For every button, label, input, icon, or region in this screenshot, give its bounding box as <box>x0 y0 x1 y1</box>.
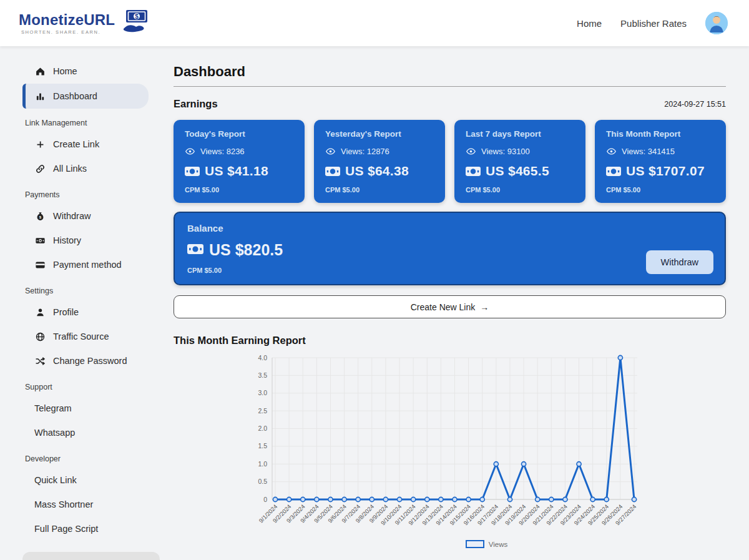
sidebar-item-create-link[interactable]: Create Link <box>0 132 164 156</box>
balance-amount: US $820.5 <box>209 241 283 259</box>
sidebar-item-whatsapp[interactable]: Whatsapp <box>0 421 164 445</box>
sidebar-item-history[interactable]: History <box>0 228 164 252</box>
report-card-last-7-days-report: Last 7 days ReportViews: 93100US $465.5C… <box>454 120 585 203</box>
card-title: Yesterday's Report <box>325 129 434 139</box>
sidebar-item-dashboard[interactable]: Dashboard <box>22 84 149 109</box>
sidebar-item-telegram[interactable]: Telegram <box>0 396 164 420</box>
sidebar-item-label: Whatsapp <box>34 428 75 438</box>
money-hand-logo-icon: $ <box>120 9 150 37</box>
sidebar-item-change-password[interactable]: Change Password <box>0 349 164 373</box>
svg-text:3.0: 3.0 <box>258 389 267 396</box>
card-amount-value: US $1707.07 <box>626 164 705 179</box>
sidebar-item-label: Traffic Source <box>53 332 109 341</box>
svg-text:2.0: 2.0 <box>258 425 267 432</box>
card-cpm: CPM $5.00 <box>606 186 715 194</box>
eye-icon <box>185 146 195 157</box>
brand-text: MonetizeURL SHORTEN. SHARE. EARN. <box>19 11 115 35</box>
sidebar-section-payments: Payments <box>0 189 164 200</box>
sidebar-item-withdraw[interactable]: $Withdraw <box>0 204 164 228</box>
user-icon <box>34 307 46 318</box>
balance-cpm: CPM $5.00 <box>187 267 712 274</box>
nav-link-home[interactable]: Home <box>577 18 602 29</box>
link-icon <box>34 163 46 174</box>
eye-icon <box>466 146 476 157</box>
navbar-links: Home Publisher Rates <box>577 12 728 34</box>
svg-text:4.0: 4.0 <box>258 354 267 361</box>
earnings-cards: Today's ReportViews: 8236US $41.18CPM $5… <box>174 120 726 203</box>
globe-icon <box>34 331 46 342</box>
sidebar-item-label: Profile <box>53 307 79 317</box>
brand-logo[interactable]: MonetizeURL SHORTEN. SHARE. EARN. $ <box>19 9 150 37</box>
card-title: This Month Report <box>606 129 715 139</box>
top-navbar: MonetizeURL SHORTEN. SHARE. EARN. $ Home… <box>0 0 749 46</box>
card-views: Views: 12876 <box>325 146 434 157</box>
balance-card: Balance US $820.5 CPM $5.00 Withdraw <box>174 212 726 285</box>
sidebar-item-mass-shortner[interactable]: Mass Shortner <box>0 493 164 516</box>
page-title: Dashboard <box>174 64 726 80</box>
sidebar-item-all-links[interactable]: All Links <box>0 157 164 180</box>
card-views-value: Views: 341415 <box>622 147 675 156</box>
report-card-this-month-report: This Month ReportViews: 341415US $1707.0… <box>595 120 726 203</box>
avatar[interactable] <box>705 12 728 34</box>
svg-text:2.5: 2.5 <box>258 407 267 415</box>
card-views: Views: 341415 <box>606 146 715 157</box>
money-bill-icon <box>185 165 200 177</box>
brand-tagline: SHORTEN. SHARE. EARN. <box>19 29 115 35</box>
views-legend-swatch <box>466 540 484 548</box>
sidebar-item-label: Change Password <box>53 356 127 366</box>
card-amount: US $64.38 <box>325 164 434 179</box>
main-content: Dashboard Earnings 2024-09-27 15:51 Toda… <box>164 46 749 560</box>
create-new-link-button[interactable]: Create New Link → <box>174 295 726 318</box>
withdraw-button[interactable]: Withdraw <box>646 250 713 274</box>
line-chart: 00.51.01.52.02.53.03.54.09/1/20249/2/202… <box>247 350 672 536</box>
money-bill-icon <box>466 165 481 177</box>
sidebar-item-profile[interactable]: Profile <box>0 300 164 324</box>
report-timestamp: 2024-09-27 15:51 <box>664 100 726 109</box>
earnings-heading: Earnings <box>174 98 218 110</box>
eye-icon <box>325 146 336 157</box>
sidebar-section-support: Support <box>0 381 164 393</box>
money-bill-icon <box>606 165 621 177</box>
sidebar-item-traffic-source[interactable]: Traffic Source <box>0 325 164 348</box>
bar-chart-icon <box>34 91 46 102</box>
sidebar-item-home[interactable]: Home <box>0 59 164 83</box>
create-new-link-label: Create New Link <box>411 302 476 312</box>
card-cpm: CPM $5.00 <box>185 186 293 194</box>
card-amount-value: US $64.38 <box>345 164 409 179</box>
money-bag-icon: $ <box>34 210 46 222</box>
home-icon <box>34 66 46 77</box>
sidebar-item-label: Mass Shortner <box>34 499 93 509</box>
balance-amount-row: US $820.5 <box>187 241 712 259</box>
card-cpm: CPM $5.00 <box>325 186 434 194</box>
money-bill-icon <box>187 241 203 259</box>
card-amount-value: US $41.18 <box>205 164 268 179</box>
sidebar-item-label: Dashboard <box>53 91 97 101</box>
card-views: Views: 93100 <box>466 146 574 157</box>
sidebar-section-developer: Developer <box>0 453 164 464</box>
sidebar-item-full-page-script[interactable]: Full Page Script <box>0 517 164 541</box>
sidebar-item-label: Withdraw <box>53 211 91 221</box>
card-views: Views: 8236 <box>185 146 293 157</box>
cash-icon <box>34 235 46 246</box>
svg-text:1.5: 1.5 <box>258 442 267 449</box>
card-amount: US $465.5 <box>466 164 574 179</box>
sidebar-item-label: History <box>53 235 81 245</box>
sidebar-nav: HomeDashboardLink ManagementCreate LinkA… <box>0 59 164 541</box>
nav-link-publisher-rates[interactable]: Publisher Rates <box>620 18 687 29</box>
eye-icon <box>606 146 617 157</box>
sidebar-item-label: Create Link <box>53 139 99 149</box>
svg-text:$: $ <box>135 13 139 20</box>
sidebar-item-label: Home <box>53 66 77 76</box>
telegram-promo-box[interactable]: Join Our Official MonetizeURL Telegram C… <box>22 552 160 560</box>
views-legend-label: Views <box>489 541 507 548</box>
sidebar-item-quick-link[interactable]: Quick Link <box>0 468 164 492</box>
svg-text:0.5: 0.5 <box>258 478 267 485</box>
money-bill-icon <box>325 165 340 177</box>
earning-report-chart: 00.51.01.52.02.53.03.54.09/1/20249/2/202… <box>247 350 726 548</box>
sidebar-item-label: Quick Link <box>34 475 77 485</box>
card-cpm: CPM $5.00 <box>466 186 574 194</box>
sidebar-item-payment-method[interactable]: Payment method <box>0 253 164 277</box>
sidebar: HomeDashboardLink ManagementCreate LinkA… <box>0 46 164 560</box>
card-title: Last 7 days Report <box>466 129 574 139</box>
svg-text:1.0: 1.0 <box>258 460 267 468</box>
